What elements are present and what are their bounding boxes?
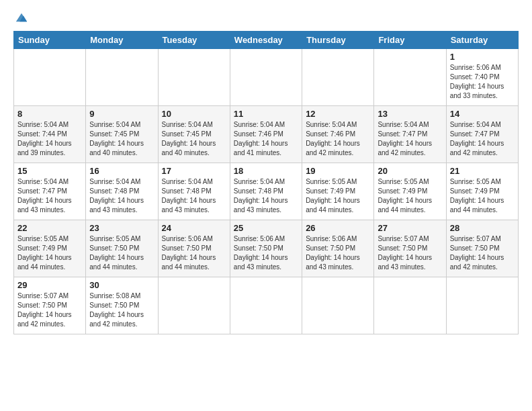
- day-number: 26: [306, 223, 370, 233]
- calendar-cell: 1Sunrise: 5:06 AMSunset: 7:40 PMDaylight…: [446, 49, 518, 106]
- day-info: Sunrise: 5:05 AMSunset: 7:49 PMDaylight:…: [306, 177, 370, 215]
- calendar-cell: 9Sunrise: 5:04 AMSunset: 7:45 PMDaylight…: [86, 106, 158, 163]
- calendar-week-row: 1Sunrise: 5:06 AMSunset: 7:40 PMDaylight…: [14, 49, 519, 106]
- day-number: 28: [450, 223, 515, 233]
- calendar-cell: 27Sunrise: 5:07 AMSunset: 7:50 PMDayligh…: [374, 220, 446, 277]
- calendar-cell: [230, 49, 302, 106]
- day-number: 27: [378, 223, 442, 233]
- calendar-cell: 8Sunrise: 5:04 AMSunset: 7:44 PMDaylight…: [14, 106, 86, 163]
- day-info: Sunrise: 5:04 AMSunset: 7:45 PMDaylight:…: [89, 120, 154, 158]
- calendar-cell: [302, 277, 374, 334]
- calendar-cell: 20Sunrise: 5:05 AMSunset: 7:49 PMDayligh…: [374, 163, 446, 220]
- day-number: 10: [162, 109, 226, 119]
- calendar-cell: 12Sunrise: 5:04 AMSunset: 7:46 PMDayligh…: [302, 106, 374, 163]
- calendar-cell: 10Sunrise: 5:04 AMSunset: 7:45 PMDayligh…: [158, 106, 230, 163]
- day-info: Sunrise: 5:04 AMSunset: 7:47 PMDaylight:…: [17, 177, 82, 215]
- calendar-cell: [374, 49, 446, 106]
- calendar-cell: 22Sunrise: 5:05 AMSunset: 7:49 PMDayligh…: [14, 220, 86, 277]
- weekday-header-saturday: Saturday: [446, 32, 518, 49]
- day-info: Sunrise: 5:04 AMSunset: 7:44 PMDaylight:…: [17, 120, 82, 158]
- page: SundayMondayTuesdayWednesdayThursdayFrid…: [0, 0, 532, 411]
- day-info: Sunrise: 5:07 AMSunset: 7:50 PMDaylight:…: [378, 234, 442, 272]
- calendar-cell: 14Sunrise: 5:04 AMSunset: 7:47 PMDayligh…: [446, 106, 518, 163]
- calendar-cell: 24Sunrise: 5:06 AMSunset: 7:50 PMDayligh…: [158, 220, 230, 277]
- calendar-cell: 15Sunrise: 5:04 AMSunset: 7:47 PMDayligh…: [14, 163, 86, 220]
- day-info: Sunrise: 5:05 AMSunset: 7:49 PMDaylight:…: [17, 234, 82, 272]
- day-number: 11: [234, 109, 298, 119]
- weekday-header-tuesday: Tuesday: [158, 32, 230, 49]
- day-number: 15: [17, 166, 82, 176]
- day-info: Sunrise: 5:07 AMSunset: 7:50 PMDaylight:…: [17, 291, 82, 329]
- day-info: Sunrise: 5:04 AMSunset: 7:47 PMDaylight:…: [378, 120, 442, 158]
- calendar-cell: 25Sunrise: 5:06 AMSunset: 7:50 PMDayligh…: [230, 220, 302, 277]
- logo: [13, 11, 28, 24]
- day-number: 18: [234, 166, 298, 176]
- weekday-header-monday: Monday: [86, 32, 158, 49]
- calendar-cell: 21Sunrise: 5:05 AMSunset: 7:49 PMDayligh…: [446, 163, 518, 220]
- day-number: 23: [89, 223, 154, 233]
- calendar-week-row: 8Sunrise: 5:04 AMSunset: 7:44 PMDaylight…: [14, 106, 519, 163]
- calendar-cell: 11Sunrise: 5:04 AMSunset: 7:46 PMDayligh…: [230, 106, 302, 163]
- calendar-cell: [374, 277, 446, 334]
- day-number: 19: [306, 166, 370, 176]
- day-number: 30: [89, 280, 154, 290]
- logo-icon: [15, 11, 28, 24]
- day-number: 9: [89, 109, 154, 119]
- day-info: Sunrise: 5:05 AMSunset: 7:49 PMDaylight:…: [378, 177, 442, 215]
- calendar-cell: 30Sunrise: 5:08 AMSunset: 7:50 PMDayligh…: [86, 277, 158, 334]
- day-info: Sunrise: 5:04 AMSunset: 7:45 PMDaylight:…: [162, 120, 226, 158]
- day-info: Sunrise: 5:04 AMSunset: 7:48 PMDaylight:…: [162, 177, 226, 215]
- calendar-cell: [158, 49, 230, 106]
- calendar-cell: [446, 277, 518, 334]
- day-number: 20: [378, 166, 442, 176]
- day-info: Sunrise: 5:06 AMSunset: 7:50 PMDaylight:…: [234, 234, 298, 272]
- day-info: Sunrise: 5:04 AMSunset: 7:47 PMDaylight:…: [450, 120, 515, 158]
- day-info: Sunrise: 5:05 AMSunset: 7:49 PMDaylight:…: [450, 177, 515, 215]
- day-number: 12: [306, 109, 370, 119]
- day-info: Sunrise: 5:06 AMSunset: 7:50 PMDaylight:…: [306, 234, 370, 272]
- calendar-cell: 18Sunrise: 5:04 AMSunset: 7:48 PMDayligh…: [230, 163, 302, 220]
- day-number: 24: [162, 223, 226, 233]
- day-number: 22: [17, 223, 82, 233]
- calendar-cell: [86, 49, 158, 106]
- calendar-week-row: 22Sunrise: 5:05 AMSunset: 7:49 PMDayligh…: [14, 220, 519, 277]
- day-number: 1: [450, 52, 515, 62]
- calendar-cell: [14, 49, 86, 106]
- calendar-cell: 19Sunrise: 5:05 AMSunset: 7:49 PMDayligh…: [302, 163, 374, 220]
- calendar-cell: [230, 277, 302, 334]
- weekday-header-friday: Friday: [374, 32, 446, 49]
- day-number: 29: [17, 280, 82, 290]
- weekday-header-sunday: Sunday: [14, 32, 86, 49]
- day-info: Sunrise: 5:07 AMSunset: 7:50 PMDaylight:…: [450, 234, 515, 272]
- day-info: Sunrise: 5:06 AMSunset: 7:50 PMDaylight:…: [162, 234, 226, 272]
- calendar-cell: 26Sunrise: 5:06 AMSunset: 7:50 PMDayligh…: [302, 220, 374, 277]
- day-number: 21: [450, 166, 515, 176]
- calendar-week-row: 15Sunrise: 5:04 AMSunset: 7:47 PMDayligh…: [14, 163, 519, 220]
- day-number: 16: [89, 166, 154, 176]
- day-number: 17: [162, 166, 226, 176]
- weekday-header-thursday: Thursday: [302, 32, 374, 49]
- day-info: Sunrise: 5:04 AMSunset: 7:48 PMDaylight:…: [234, 177, 298, 215]
- day-info: Sunrise: 5:08 AMSunset: 7:50 PMDaylight:…: [89, 291, 154, 329]
- day-number: 13: [378, 109, 442, 119]
- day-number: 14: [450, 109, 515, 119]
- day-number: 8: [17, 109, 82, 119]
- day-info: Sunrise: 5:05 AMSunset: 7:50 PMDaylight:…: [89, 234, 154, 272]
- calendar-cell: 29Sunrise: 5:07 AMSunset: 7:50 PMDayligh…: [14, 277, 86, 334]
- calendar-cell: [302, 49, 374, 106]
- day-info: Sunrise: 5:04 AMSunset: 7:46 PMDaylight:…: [234, 120, 298, 158]
- day-info: Sunrise: 5:04 AMSunset: 7:46 PMDaylight:…: [306, 120, 370, 158]
- weekday-header-wednesday: Wednesday: [230, 32, 302, 49]
- calendar-cell: 17Sunrise: 5:04 AMSunset: 7:48 PMDayligh…: [158, 163, 230, 220]
- day-info: Sunrise: 5:04 AMSunset: 7:48 PMDaylight:…: [89, 177, 154, 215]
- day-number: 25: [234, 223, 298, 233]
- weekday-header-row: SundayMondayTuesdayWednesdayThursdayFrid…: [14, 32, 519, 49]
- calendar-week-row: 29Sunrise: 5:07 AMSunset: 7:50 PMDayligh…: [14, 277, 519, 334]
- header: [13, 11, 519, 24]
- calendar-cell: 13Sunrise: 5:04 AMSunset: 7:47 PMDayligh…: [374, 106, 446, 163]
- calendar-cell: 16Sunrise: 5:04 AMSunset: 7:48 PMDayligh…: [86, 163, 158, 220]
- calendar-cell: 23Sunrise: 5:05 AMSunset: 7:50 PMDayligh…: [86, 220, 158, 277]
- calendar-cell: 28Sunrise: 5:07 AMSunset: 7:50 PMDayligh…: [446, 220, 518, 277]
- calendar: SundayMondayTuesdayWednesdayThursdayFrid…: [13, 31, 519, 334]
- day-info: Sunrise: 5:06 AMSunset: 7:40 PMDaylight:…: [450, 63, 515, 101]
